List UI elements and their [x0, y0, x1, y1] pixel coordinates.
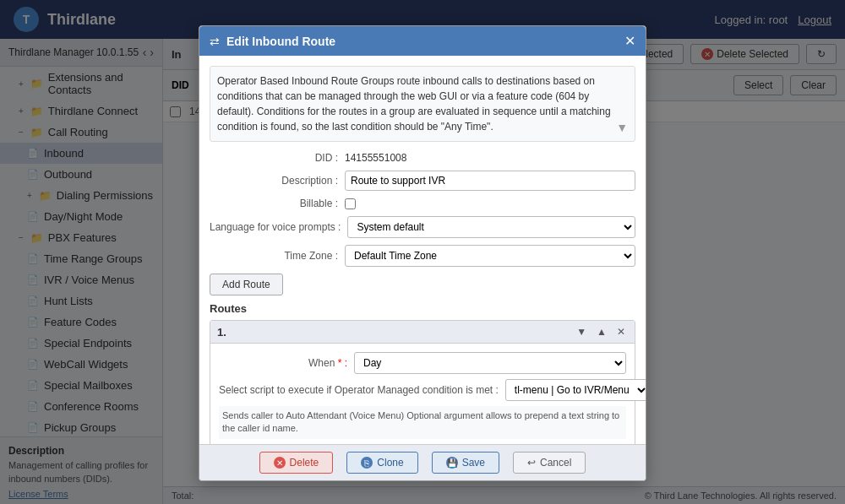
cancel-icon: ↩	[527, 457, 536, 469]
route-1-script-label: Select script to execute if Operator Man…	[219, 384, 505, 396]
language-row: Language for voice prompts : System defa…	[210, 216, 635, 238]
modal-close-button[interactable]: ✕	[624, 33, 635, 49]
did-label: DID :	[210, 152, 345, 164]
route-1-delete-button[interactable]: ✕	[614, 325, 628, 339]
modal-header: ⇄ Edit Inbound Route ✕	[199, 26, 646, 56]
timezone-label: Time Zone :	[210, 250, 345, 262]
route-1-body: When * : Day Select script to execute if…	[210, 344, 635, 444]
modal-title: Edit Inbound Route	[226, 35, 618, 48]
route-1-when-select[interactable]: Day	[354, 352, 626, 374]
route-1-up-button[interactable]: ▲	[594, 325, 609, 339]
modal-description: Operator Based Inbound Route Groups rout…	[210, 66, 635, 142]
add-route-button[interactable]: Add Route	[210, 274, 283, 295]
did-value: 14155551008	[345, 152, 406, 164]
route-1-when-label: When * :	[219, 357, 354, 369]
route-1-down-button[interactable]: ▼	[574, 325, 589, 339]
route-1-header: 1. ▼ ▲ ✕	[210, 321, 635, 344]
modal-body: Operator Based Inbound Route Groups rout…	[199, 56, 646, 444]
language-select[interactable]: System default	[347, 216, 635, 238]
clone-icon: ⎘	[361, 457, 373, 469]
save-button[interactable]: 💾 Save	[432, 452, 499, 474]
route-1-script-row: Select script to execute if Operator Man…	[219, 379, 626, 401]
route-1-script-select[interactable]: tl-menu | Go to IVR/Menu	[505, 379, 646, 401]
modal-footer: ✕ Delete ⎘ Clone 💾 Save ↩ Cancel	[199, 444, 646, 480]
timezone-row: Time Zone : Default Time Zone	[210, 245, 635, 267]
route-1-actions: ▼ ▲ ✕	[574, 325, 628, 339]
route-1-auto-attendant-desc: Sends caller to Auto Attendant (Voice Me…	[219, 406, 626, 439]
cancel-button[interactable]: ↩ Cancel	[513, 452, 586, 474]
clone-button[interactable]: ⎘ Clone	[346, 452, 417, 474]
timezone-select[interactable]: Default Time Zone	[345, 245, 635, 267]
language-label: Language for voice prompts :	[210, 221, 347, 233]
billable-label: Billable :	[210, 198, 345, 209]
scroll-indicator: ▼	[616, 119, 628, 137]
delete-icon: ✕	[274, 457, 286, 469]
description-label: Description :	[210, 175, 345, 187]
route-1-number: 1.	[217, 326, 226, 339]
did-row: DID : 14155551008	[210, 152, 635, 164]
edit-inbound-route-modal: ⇄ Edit Inbound Route ✕ Operator Based In…	[199, 25, 646, 481]
save-icon: 💾	[446, 457, 458, 469]
billable-checkbox[interactable]	[345, 198, 356, 209]
routes-label: Routes	[210, 302, 635, 315]
route-block-1: 1. ▼ ▲ ✕ When * : Day	[210, 320, 635, 444]
description-input[interactable]	[345, 171, 635, 191]
billable-row: Billable :	[210, 198, 635, 209]
delete-button[interactable]: ✕ Delete	[259, 452, 334, 474]
route-icon: ⇄	[210, 35, 220, 48]
modal-overlay: ⇄ Edit Inbound Route ✕ Operator Based In…	[0, 0, 845, 504]
route-1-when-row: When * : Day	[219, 352, 626, 374]
required-indicator: * :	[338, 357, 347, 369]
description-row: Description :	[210, 171, 635, 191]
